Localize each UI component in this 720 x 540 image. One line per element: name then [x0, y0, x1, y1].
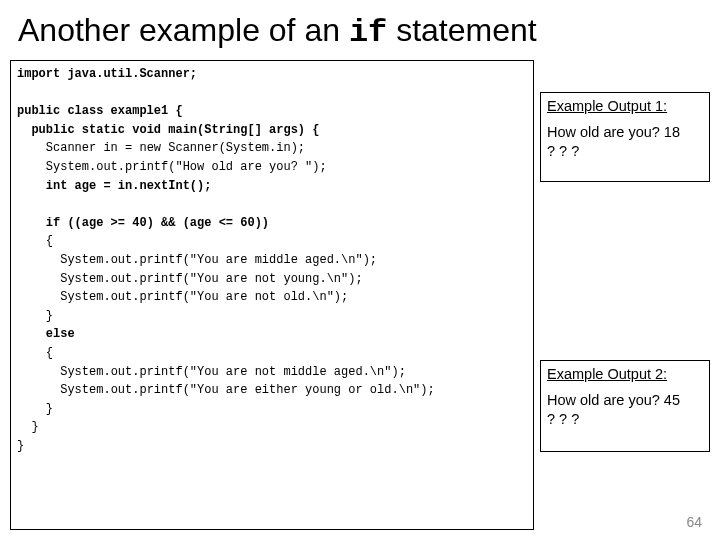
code-line: Scanner in = new Scanner(System.in); [17, 141, 305, 155]
code-line: else [17, 327, 75, 341]
title-text-before: Another example of an [18, 12, 349, 48]
example-output-1: Example Output 1: How old are you? 18 ? … [540, 92, 710, 182]
code-line: { [17, 346, 53, 360]
code-line: public static void main(String[] args) { [17, 123, 319, 137]
code-line: if ((age >= 40) && (age <= 60)) [17, 216, 269, 230]
code-line: import java.util.Scanner; [17, 67, 197, 81]
code-line: } [17, 402, 53, 416]
code-line: System.out.printf("You are not middle ag… [17, 365, 406, 379]
code-line: System.out.printf("You are middle aged.\… [17, 253, 377, 267]
code-line: public class example1 { [17, 104, 183, 118]
title-code-keyword: if [349, 14, 387, 51]
output-title: Example Output 2: [547, 365, 703, 385]
code-line: System.out.printf("You are not young.\n"… [17, 272, 363, 286]
example-output-2: Example Output 2: How old are you? 45 ? … [540, 360, 710, 452]
code-line: } [17, 309, 53, 323]
code-line: int age = in.nextInt(); [17, 179, 211, 193]
code-line: System.out.printf("How old are you? "); [17, 160, 327, 174]
slide-title: Another example of an if statement [0, 0, 720, 59]
output-line: ? ? ? [547, 410, 703, 430]
code-line: } [17, 420, 39, 434]
code-listing: import java.util.Scanner; public class e… [10, 60, 534, 530]
output-line: How old are you? 18 [547, 123, 703, 143]
page-number: 64 [686, 514, 702, 530]
title-text-after: statement [387, 12, 536, 48]
output-line: ? ? ? [547, 142, 703, 162]
code-line: } [17, 439, 24, 453]
code-line: { [17, 234, 53, 248]
code-line: System.out.printf("You are either young … [17, 383, 435, 397]
output-line: How old are you? 45 [547, 391, 703, 411]
code-line: System.out.printf("You are not old.\n"); [17, 290, 348, 304]
output-title: Example Output 1: [547, 97, 703, 117]
